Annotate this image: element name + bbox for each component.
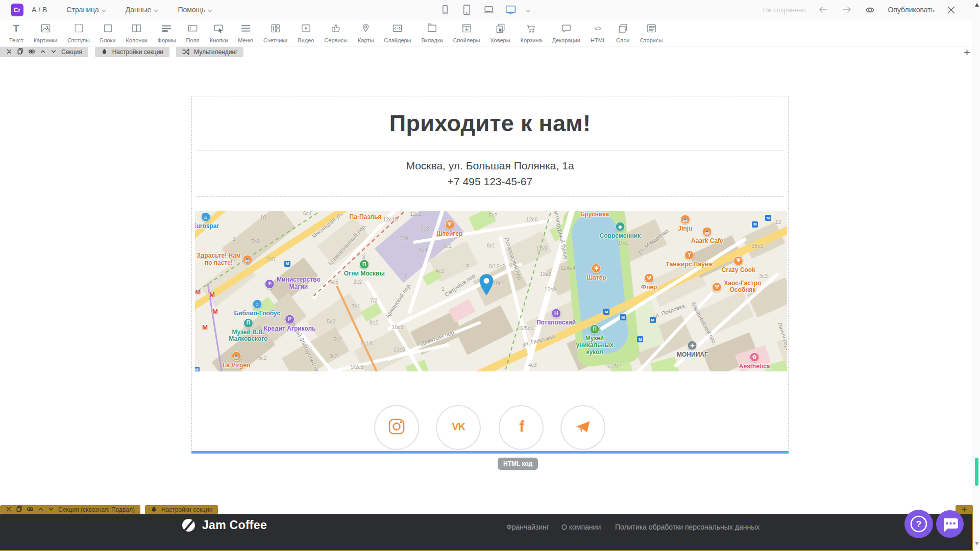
redo-button[interactable] <box>841 5 852 14</box>
map-poi[interactable]: PКредит Агриколь <box>264 314 316 332</box>
map-poi[interactable]: ΨШатёр <box>586 264 606 282</box>
tool-buttons[interactable]: Кнопки <box>205 22 233 43</box>
tool-blocks[interactable]: Блоки <box>95 22 121 43</box>
map-poi[interactable]: ΨФлер <box>641 273 657 291</box>
delete-section-icon[interactable] <box>6 48 12 56</box>
site-footer[interactable] <box>0 514 973 551</box>
map-poi[interactable]: ✶Министерство Магии <box>265 277 321 291</box>
map-poi[interactable]: НПотаповский <box>536 309 576 327</box>
map-poi[interactable]: ✚МОНИИАГ <box>677 341 708 359</box>
close-editor-button[interactable] <box>947 6 955 14</box>
tool-html[interactable]: </>HTML <box>585 22 611 43</box>
tool-counters[interactable]: Счетчики <box>258 22 292 43</box>
move-up-icon[interactable] <box>40 48 46 56</box>
map-widget[interactable]: Мясницкая ул.Кривоколенный пер.Потаповск… <box>195 211 787 371</box>
move-down-icon[interactable] <box>51 48 57 56</box>
map-poi[interactable]: ΠОгни Москвы <box>344 260 385 278</box>
tool-cart[interactable]: Корзина <box>516 22 547 43</box>
map-poi[interactable]: ☕Aaark Cafe <box>691 227 723 244</box>
map-poi[interactable]: ΨХаос-Гастро Особняк <box>712 280 761 294</box>
section-settings-pill[interactable]: Настройки секции <box>145 505 218 514</box>
instagram-button[interactable] <box>374 405 419 450</box>
move-up-icon[interactable] <box>38 506 44 514</box>
building-number: 6с1А <box>360 340 373 346</box>
facebook-button[interactable]: f <box>499 405 544 450</box>
device-more-chevron-icon[interactable] <box>526 5 530 14</box>
tool-video[interactable]: Видео <box>292 22 319 43</box>
tool-columns[interactable]: Колонки <box>121 22 153 43</box>
tool-layers[interactable]: Слои <box>611 22 635 43</box>
building-number: 2с2 <box>354 279 362 285</box>
map-poi[interactable]: YТанжирс Лаунж <box>666 250 713 268</box>
map-poi[interactable]: ΨCrazy Cook <box>722 256 755 273</box>
footer-link-0[interactable]: Франчайзинг <box>506 523 549 531</box>
map-poi[interactable]: Брусника <box>580 211 609 218</box>
page-title[interactable]: Приходите к нам! <box>389 110 591 137</box>
page-scrollbar[interactable] <box>973 0 980 551</box>
multilanding-label: Мультилендинг <box>194 48 237 56</box>
address-text[interactable]: Москва, ул. Большая Полянка, 1а <box>406 160 574 172</box>
tool-fields[interactable]: Поля <box>181 22 205 43</box>
map-poi[interactable]: ☕Jinju <box>678 215 692 233</box>
help-button[interactable]: ? <box>904 510 933 538</box>
map-poi[interactable]: ☻Современник <box>600 222 641 240</box>
device-laptop-button[interactable] <box>482 3 495 16</box>
preview-eye-button[interactable] <box>865 5 875 15</box>
tool-services[interactable]: Сервисы <box>319 22 353 43</box>
map-poi[interactable]: ΠМузей уникальных кукол <box>576 324 613 356</box>
scrollbar-thumb[interactable] <box>975 458 978 486</box>
tool-sliders[interactable]: Слайдеры <box>379 22 416 43</box>
device-desktop-button[interactable] <box>504 3 517 16</box>
map-poi[interactable]: ☕La Virgen <box>223 352 250 369</box>
map-poi[interactable]: Па-Паэлья <box>350 214 382 221</box>
map-poi[interactable]: ΠМузей В.В. Маяковского <box>229 318 267 343</box>
delete-section-icon[interactable] <box>6 506 12 514</box>
chat-button[interactable] <box>936 510 964 538</box>
copy-section-icon[interactable] <box>17 48 23 56</box>
metro-exit-icon: М <box>603 309 609 315</box>
copy-section-icon[interactable] <box>16 506 22 514</box>
tool-decor[interactable]: Декорации <box>547 22 585 43</box>
multilanding-pill[interactable]: Мультилендинг <box>176 47 243 57</box>
move-down-icon[interactable] <box>48 506 54 514</box>
tool-hovers[interactable]: Ховеры <box>485 22 515 43</box>
footer-link-2[interactable]: Политика обработки персональных данных <box>615 523 760 531</box>
footer-link-1[interactable]: О компании <box>561 523 601 531</box>
address-block[interactable]: Москва, ул. Большая Полянка, 1а +7 495 1… <box>192 151 788 196</box>
telegram-button[interactable] <box>560 405 605 450</box>
link-section-icon[interactable] <box>27 506 34 514</box>
scroll-down-icon[interactable] <box>975 542 979 545</box>
section-settings-pill[interactable]: Настройки секции <box>95 47 169 57</box>
map-poi[interactable]: ⌂Eurospar <box>195 212 219 230</box>
vk-button[interactable]: VK <box>436 405 481 450</box>
tool-text[interactable]: TТекст <box>4 22 29 43</box>
menu-item-2[interactable]: Данные <box>126 6 159 14</box>
tool-tabs[interactable]: Вкладки <box>416 22 448 43</box>
device-phone-button[interactable] <box>438 3 451 16</box>
device-tablet-button[interactable] <box>460 3 473 16</box>
tool-maps[interactable]: Карты <box>353 22 379 43</box>
tool-images[interactable]: Картинки <box>29 22 63 43</box>
map-poi[interactable]: ΨШтейгер <box>436 219 462 237</box>
map-poi[interactable]: Здрасьте! Нам по пасте!☕ <box>197 253 252 267</box>
undo-button[interactable] <box>818 5 829 14</box>
add-section-button[interactable] <box>962 47 972 57</box>
phone-text[interactable]: +7 495 123-45-67 <box>448 176 532 188</box>
building-number: 38с1 <box>752 243 764 249</box>
menu-item-1[interactable]: Страница <box>66 6 106 14</box>
menu-item-0[interactable]: А / В <box>32 6 47 14</box>
tool-spoilers[interactable]: Спойлеры <box>448 22 485 43</box>
publish-button[interactable]: Опубликовать <box>888 6 935 14</box>
creatium-logo-icon[interactable]: Cr <box>11 4 23 16</box>
tool-spacing[interactable]: Отступы <box>62 22 95 43</box>
scroll-up-icon[interactable] <box>975 3 979 7</box>
building-number: 6с1 <box>487 242 496 248</box>
metro-exit-icon: М <box>637 336 643 342</box>
map-poi[interactable]: ✿Aesthetica <box>739 352 770 370</box>
heading-block[interactable]: Приходите к нам! <box>192 96 788 151</box>
menu-item-3[interactable]: Помощь <box>178 6 212 14</box>
link-section-icon[interactable] <box>28 48 35 57</box>
tool-stories[interactable]: Сторисы <box>635 22 668 43</box>
tool-menu[interactable]: Меню <box>233 22 258 43</box>
tool-forms[interactable]: Формы <box>153 22 181 43</box>
